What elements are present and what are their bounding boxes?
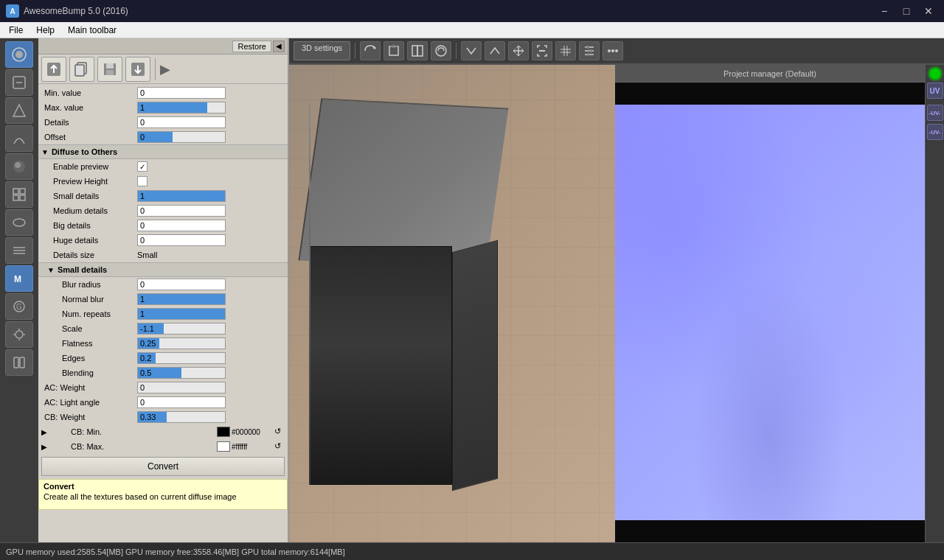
titlebar: A AwesomeBump 5.0 (2016) − □ ✕ xyxy=(0,0,944,22)
close-button[interactable]: ✕ xyxy=(919,4,938,18)
toolbar-copy-button[interactable] xyxy=(69,57,94,82)
num-repeats-label: Num. repeats xyxy=(41,309,137,318)
view-rotate-icon[interactable] xyxy=(360,41,381,60)
toolbar-save-button[interactable] xyxy=(97,57,122,82)
sidebar-icon-height[interactable] xyxy=(5,125,33,152)
diffuse-section-header[interactable]: ▼ Diffuse to Others xyxy=(38,144,288,159)
view-grid-icon[interactable] xyxy=(555,41,576,60)
sidebar-icon-diffuse[interactable] xyxy=(5,41,33,68)
uv-button-2[interactable]: -UV- xyxy=(927,105,943,121)
preview-height-checkbox[interactable] xyxy=(137,176,148,186)
sidebar-icon-settings[interactable] xyxy=(5,321,33,348)
small-details-label: Small details xyxy=(41,192,137,200)
sidebar-icon-specular[interactable] xyxy=(5,97,33,124)
cb-max-arrow-icon[interactable]: ▶ xyxy=(41,443,47,451)
details-field[interactable]: 0 xyxy=(137,116,226,128)
svg-point-42 xyxy=(586,46,589,49)
cb-min-refresh-icon[interactable]: ↺ xyxy=(274,427,285,437)
main-3d-view[interactable] xyxy=(289,65,615,542)
main-container: M G Restore ◀ xyxy=(0,38,944,542)
view-arrow-up-icon[interactable] xyxy=(485,41,505,60)
cb-min-arrow-icon[interactable]: ▶ xyxy=(41,428,47,436)
cb-weight-slider[interactable]: 0.33 xyxy=(137,411,226,423)
restore-button[interactable]: Restore xyxy=(232,41,271,52)
edges-slider[interactable]: 0.2 xyxy=(137,352,226,364)
window-controls: − □ ✕ xyxy=(875,4,938,18)
offset-row: Offset 0 xyxy=(38,130,288,144)
ac-light-angle-row: AC: Light angle 0 xyxy=(38,395,288,410)
cb-max-refresh-icon[interactable]: ↺ xyxy=(274,441,285,452)
3d-settings-button[interactable]: 3D settings xyxy=(294,41,350,60)
svg-point-43 xyxy=(589,49,592,52)
medium-details-field[interactable]: 0 xyxy=(137,205,226,217)
min-value-field[interactable]: 0 xyxy=(137,87,226,99)
blending-row: Blending 0.5 xyxy=(38,365,288,380)
svg-point-18 xyxy=(15,331,23,338)
scale-slider[interactable]: -1.1 xyxy=(137,323,226,335)
normal-blur-row: Normal blur 1 xyxy=(38,292,288,307)
uv-button-3[interactable]: -UV- xyxy=(927,124,943,140)
view-fit-icon[interactable] xyxy=(532,41,552,60)
panel-content[interactable]: Min. value 0 Max. value 1 Details 0 xyxy=(38,84,288,542)
view-sphere-icon[interactable] xyxy=(407,41,428,60)
toolbar-download-button[interactable] xyxy=(125,57,150,82)
right-edge-controls: UV -UV- -UV- xyxy=(925,65,944,542)
menu-main-toolbar[interactable]: Main toolbar xyxy=(62,24,122,37)
big-details-field[interactable]: 0 xyxy=(137,220,226,231)
minimize-button[interactable]: − xyxy=(875,4,894,18)
num-repeats-slider[interactable]: 1 xyxy=(137,308,226,320)
sidebar-icon-grunge[interactable]: G xyxy=(5,293,33,320)
menu-file[interactable]: File xyxy=(3,24,29,37)
ac-light-angle-field[interactable]: 0 xyxy=(137,396,226,408)
cb-min-row: ▶ CB: Min. #000000 ↺ xyxy=(38,424,288,439)
sidebar-icon-normal[interactable] xyxy=(5,69,33,96)
convert-button[interactable]: Convert xyxy=(41,457,285,476)
right-panel: Project manager (Default) xyxy=(615,65,925,542)
cb-min-label: CB: Min. xyxy=(50,427,217,436)
view-arrow-down-icon[interactable] xyxy=(461,41,482,60)
sidebar-icon-metallic[interactable] xyxy=(5,209,33,236)
tooltip-title: Convert xyxy=(44,482,282,491)
svg-rect-8 xyxy=(20,189,25,194)
collapse-button[interactable]: ◀ xyxy=(273,41,285,52)
flatness-slider[interactable]: 0.25 xyxy=(137,337,226,349)
normal-blur-slider[interactable]: 1 xyxy=(137,293,226,305)
enable-preview-checkbox[interactable]: ✓ xyxy=(137,161,148,172)
ac-weight-slider[interactable]: 0 xyxy=(137,382,226,393)
details-row: Details 0 xyxy=(38,115,288,130)
small-details-slider[interactable]: 1 xyxy=(137,190,226,202)
view-refresh-icon[interactable] xyxy=(431,41,451,60)
sidebar-icon-tools[interactable] xyxy=(5,349,33,376)
blur-radius-field[interactable]: 0 xyxy=(137,279,226,290)
app-title: AwesomeBump 5.0 (2016) xyxy=(24,6,875,16)
svg-rect-36 xyxy=(417,46,423,56)
offset-slider[interactable]: 0 xyxy=(137,131,226,143)
small-details-section-header[interactable]: ▼ Small details xyxy=(38,262,288,277)
max-value-row: Max. value 1 xyxy=(38,100,288,115)
view-toolbar: 3D settings xyxy=(289,38,944,65)
sidebar-icon-roughness[interactable] xyxy=(5,181,33,208)
view-cube-icon[interactable] xyxy=(384,41,404,60)
sidebar-icon-occlusion[interactable] xyxy=(5,153,33,180)
huge-details-field[interactable]: 0 xyxy=(137,234,226,246)
cb-min-hex: #000000 xyxy=(232,428,274,436)
view-move-icon[interactable] xyxy=(508,41,529,60)
view-more-icon[interactable] xyxy=(603,41,623,60)
sidebar-icon-layers[interactable] xyxy=(5,237,33,264)
convert-area: Convert xyxy=(38,454,288,479)
blending-slider[interactable]: 0.5 xyxy=(137,367,226,379)
menu-help[interactable]: Help xyxy=(30,24,60,37)
right-panel-content[interactable] xyxy=(615,83,925,542)
cb-max-swatch[interactable] xyxy=(217,441,230,452)
flatness-row: Flatness 0.25 xyxy=(38,336,288,351)
toolbar-upload-button[interactable] xyxy=(41,57,66,82)
uv-button-1[interactable]: UV xyxy=(927,83,943,99)
sidebar-icon-material[interactable]: M xyxy=(5,265,33,292)
cb-min-swatch[interactable] xyxy=(217,427,230,437)
panel-toolbar: ▶ xyxy=(38,55,288,84)
maximize-button[interactable]: □ xyxy=(897,4,916,18)
max-value-slider[interactable]: 1 xyxy=(137,102,226,113)
toolbar-arrow-right[interactable]: ▶ xyxy=(160,61,170,77)
view-settings-icon[interactable] xyxy=(579,41,600,60)
right-panel-header: Project manager (Default) xyxy=(615,65,925,83)
